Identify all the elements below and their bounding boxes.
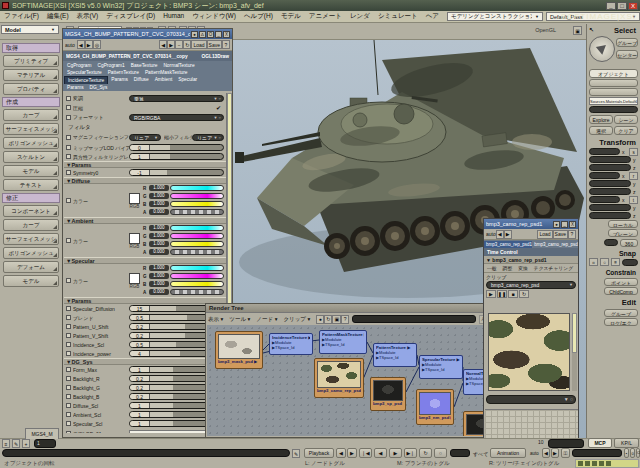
param-checkbox[interactable] — [66, 278, 71, 283]
mute-icon[interactable]: ○ — [434, 448, 447, 458]
prev-key-icon[interactable]: ◀ — [336, 448, 346, 458]
mini-tool-strip[interactable] — [575, 459, 639, 468]
channel-value[interactable]: 1.000 — [149, 225, 169, 231]
sidebar-item-カーブ[interactable]: カーブ — [3, 109, 59, 121]
constrain-ポイント[interactable]: ポイント — [604, 278, 638, 286]
transform-field-x0[interactable] — [589, 148, 620, 155]
channel-gradient[interactable] — [170, 225, 224, 231]
snap-grid-icon[interactable]: ⌗ — [589, 258, 598, 266]
sidebar-item-デフォーム[interactable]: デフォーム — [3, 261, 59, 273]
param-slider[interactable]: 0 — [129, 144, 224, 151]
curve-grid-area[interactable] — [485, 409, 578, 439]
section-Params[interactable]: ▼ Params — [64, 161, 227, 168]
material-library-field[interactable]: Sources.Materials.DefaultLib — [589, 97, 638, 105]
ppg-tab-BaseTexture[interactable]: BaseTexture — [128, 62, 161, 69]
frame-field[interactable]: 1 — [34, 439, 56, 448]
rendertree-menu-ツール[interactable]: ツール ▾ — [229, 316, 250, 323]
rendertree-menu-クリップ[interactable]: クリップ ▾ — [283, 316, 310, 323]
refresh-icon[interactable]: ↻ — [324, 315, 332, 324]
ppg-tab-Specular[interactable]: Specular — [175, 76, 200, 84]
ppg-tab-PatternMaskTexture[interactable]: PatternMaskTexture — [142, 69, 191, 76]
construction-mode-dropdown[interactable]: モデリングとコンストラクションモード▼ — [447, 12, 543, 21]
transform-field-z8[interactable] — [589, 212, 631, 219]
play-icon[interactable]: ▶ — [486, 290, 496, 298]
param-dropdown[interactable]: RGB/RGBA▼ ○ — [129, 114, 224, 121]
next-icon[interactable]: ▶ — [504, 230, 512, 239]
step-back-icon[interactable]: ◀ — [542, 448, 550, 458]
param-checkbox[interactable] — [66, 154, 71, 159]
param-slider[interactable]: -1 — [129, 169, 224, 176]
node-bmp3_sp_psd[interactable]: bmp3_sp_psd ▶ — [370, 377, 406, 411]
color-swatch[interactable] — [129, 233, 140, 244]
sidebar-item-スケルトン[interactable]: スケルトン — [3, 151, 59, 163]
bottom-panel-tab[interactable]: MGS4_M — [25, 428, 59, 439]
minimize-icon[interactable]: _ — [215, 31, 222, 38]
channel-value[interactable]: 1.000 — [149, 241, 169, 247]
last-frame-icon[interactable]: ▶❘ — [404, 448, 417, 458]
render-tree-title[interactable]: Render Tree — [206, 304, 491, 313]
menu-item-ファイル(F)[interactable]: ファイル(F) — [0, 12, 43, 21]
channel-value[interactable]: 1.000 — [149, 273, 169, 279]
color-swatch[interactable] — [129, 273, 140, 284]
playback-range-field[interactable] — [450, 449, 470, 457]
menu-item-ウィンドウ(W)[interactable]: ウィンドウ(W) — [188, 12, 240, 21]
clear-button[interactable]: クリア — [614, 126, 638, 135]
param-checkbox[interactable] — [66, 105, 71, 110]
lock-icon[interactable]: ∆ — [199, 31, 206, 38]
step-fwd-icon[interactable]: ▶ — [551, 448, 559, 458]
transform-field-z2[interactable] — [589, 164, 631, 171]
back-icon[interactable]: ◀ — [159, 40, 167, 49]
param-checkbox[interactable] — [66, 403, 71, 408]
sidebar-item-ポリゴンメッシュ[interactable]: ポリゴンメッシュ — [3, 137, 59, 149]
rendertree-menu-表示[interactable]: 表示 ▾ — [208, 316, 223, 323]
section-Ambient[interactable]: ▼ Ambient — [64, 217, 227, 224]
color-swatch[interactable] — [129, 193, 140, 204]
select-arrow-button[interactable] — [589, 36, 615, 62]
deg360-button[interactable]: 360 — [620, 239, 638, 247]
sidebar-item-カーブ[interactable]: カーブ — [3, 219, 59, 231]
recycle-icon[interactable]: O — [207, 31, 214, 38]
param-checkbox[interactable] — [66, 306, 71, 311]
toolbar-mode-dropdown[interactable]: Model▼ — [1, 25, 59, 34]
ppg-tab-NormalTexture[interactable]: NormalTexture — [160, 62, 197, 69]
sidebar-item-プリミティブ[interactable]: プリミティブ — [3, 55, 59, 67]
channel-value[interactable]: 0.000 — [149, 289, 169, 295]
node-SpecularTexture[interactable]: SpecularTexture ▶▶Modulate▶TSpace_Id — [419, 355, 463, 379]
snap-point-icon[interactable]: ○ — [600, 258, 609, 266]
load-button[interactable]: Load — [191, 40, 206, 49]
transform-field-y7[interactable] — [589, 204, 631, 211]
channel-gradient[interactable] — [170, 193, 224, 199]
snap-line-icon[interactable]: ≡ — [611, 258, 620, 266]
ppg-tab-Diffuse[interactable]: Diffuse — [131, 76, 152, 84]
param-checkbox[interactable] — [66, 115, 71, 120]
channel-gradient[interactable] — [170, 209, 224, 215]
minimize-icon[interactable]: _ — [561, 221, 568, 228]
param-checkbox[interactable] — [66, 135, 71, 140]
explore-button[interactable]: Explore — [589, 115, 613, 124]
menu-item-ヘア[interactable]: ヘア — [422, 12, 443, 21]
sidebar-item-サーフェイスメッシュ[interactable]: サーフェイスメッシュ — [3, 123, 59, 135]
channel-gradient[interactable] — [170, 185, 224, 191]
section-Params[interactable]: ▼ Params — [64, 297, 227, 304]
group-filter-button[interactable]: グループ — [616, 38, 638, 47]
param-dropdown2[interactable]: リニア▼ ○ — [192, 134, 224, 141]
collapse-icon[interactable]: − — [175, 40, 183, 49]
prev-icon[interactable]: ◀ — [496, 230, 504, 239]
tool-t[interactable]: t — [629, 196, 638, 204]
clip-tab-bmp3_camo_rep_psd1[interactable]: bmp3_camo_rep_psd1 — [484, 241, 532, 248]
transform-field-y4[interactable] — [589, 180, 631, 187]
sidebar-item-マテリアル[interactable]: マテリアル — [3, 69, 59, 81]
clip-scrollbar[interactable] — [572, 313, 577, 391]
param-checkbox[interactable] — [66, 431, 71, 433]
node-bmp3_mask_psd[interactable]: bmp3_mask_psd ▶ — [215, 331, 263, 369]
menu-item-編集(E)[interactable]: 編集(E) — [43, 12, 73, 21]
rendertree-menu-ノード[interactable]: ノード ▾ — [256, 316, 277, 323]
layer-icon[interactable]: ▪ — [624, 448, 629, 458]
param-checkbox[interactable] — [66, 324, 71, 329]
param-checkbox[interactable] — [66, 421, 71, 426]
node-bmp3_nm_psd[interactable]: bmp3_nm_psd ▶ — [416, 389, 454, 425]
animation-button[interactable]: Animation — [490, 448, 526, 458]
sidebar-item-モデル[interactable]: モデル — [3, 275, 59, 287]
time-control-bar[interactable]: Time Control — [484, 248, 578, 256]
clip-bottom-dropdown[interactable]: ▼ ○ — [486, 395, 576, 404]
